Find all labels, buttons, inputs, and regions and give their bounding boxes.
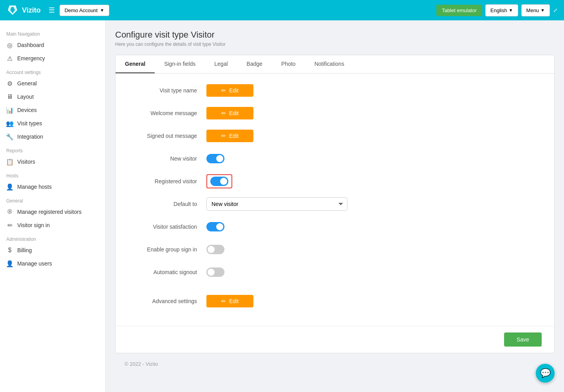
sidebar-section-main-nav: Main Navigation ◎ Dashboard ⚠ Emergency <box>0 27 105 65</box>
sidebar-item-dashboard[interactable]: ◎ Dashboard <box>0 38 105 52</box>
emergency-icon: ⚠ <box>6 55 13 62</box>
edit-visit-type-name-button[interactable]: ✏ Edit <box>206 84 253 97</box>
sidebar-item-billing[interactable]: $ Billing <box>0 244 105 257</box>
sidebar-item-visitors[interactable]: 📋 Visitors <box>0 155 105 168</box>
sidebar-item-general[interactable]: ⚙ General <box>0 77 105 90</box>
control-welcome-message: ✏ Edit <box>206 107 402 119</box>
sidebar-item-manage-users[interactable]: 👤 Manage users <box>0 257 105 270</box>
sign-in-icon: ✏ <box>6 222 13 229</box>
sidebar-item-label: Visitor sign in <box>17 222 50 228</box>
edit-icon: ✏ <box>221 298 226 304</box>
app-logo: Vizito <box>6 4 41 16</box>
tab-bar: General Sign-in fields Legal Badge Photo… <box>116 55 554 74</box>
config-card: General Sign-in fields Legal Badge Photo… <box>115 55 555 353</box>
app-layout: Main Navigation ◎ Dashboard ⚠ Emergency … <box>0 20 564 392</box>
control-enable-group-sign-in <box>206 245 402 254</box>
control-visit-type-name: ✏ Edit <box>206 84 402 97</box>
form-content: Visit type name ✏ Edit Welcome message ✏ <box>116 74 554 326</box>
caret-icon: ▼ <box>100 8 104 13</box>
label-enable-group-sign-in: Enable group sign in <box>128 246 206 253</box>
menu-caret-icon: ▼ <box>540 8 545 13</box>
sidebar-item-manage-hosts[interactable]: 👤 Manage hosts <box>0 180 105 193</box>
sidebar-item-visitor-sign-in[interactable]: ✏ Visitor sign in <box>0 219 105 232</box>
form-row-automatic-signout: Automatic signout <box>128 265 542 280</box>
tab-legal[interactable]: Legal <box>205 55 237 73</box>
form-row-new-visitor: New visitor <box>128 151 542 166</box>
dashboard-icon: ◎ <box>6 42 13 49</box>
label-visitor-satisfaction: Visitor satisfaction <box>128 224 206 230</box>
toggle-automatic-signout[interactable] <box>206 267 224 277</box>
sidebar-item-integration[interactable]: 🔧 Integration <box>0 130 105 143</box>
sidebar-section-administration: Administration $ Billing 👤 Manage users <box>0 232 105 270</box>
toggle-registered-visitor[interactable] <box>210 177 228 186</box>
language-caret-icon: ▼ <box>509 8 513 13</box>
sidebar-item-devices[interactable]: 📊 Devices <box>0 103 105 117</box>
section-label-account-settings: Account settings <box>0 65 105 77</box>
label-registered-visitor: Registered visitor <box>128 178 206 184</box>
toggle-slider <box>206 245 224 254</box>
form-row-visitor-satisfaction: Visitor satisfaction <box>128 219 542 234</box>
edit-icon: ✏ <box>221 133 226 139</box>
page-title: Configure visit type Visitor <box>115 30 555 40</box>
layout-icon: 🖥 <box>6 93 13 100</box>
save-area: Save <box>116 326 554 353</box>
edit-signed-out-message-button[interactable]: ✏ Edit <box>206 130 253 142</box>
demo-account-button[interactable]: Demo Account ▼ <box>60 5 109 16</box>
sidebar-item-label: Manage registered visitors <box>17 209 81 215</box>
manage-users-icon: 👤 <box>6 260 13 267</box>
sidebar-item-label: Visitors <box>17 159 35 165</box>
chat-icon: 💬 <box>540 368 551 378</box>
expand-icon[interactable]: ⤢ <box>553 7 558 13</box>
label-automatic-signout: Automatic signout <box>128 269 206 275</box>
edit-icon: ✏ <box>221 110 226 116</box>
form-row-signed-out-message: Signed out message ✏ Edit <box>128 128 542 143</box>
section-label-main-nav: Main Navigation <box>0 27 105 38</box>
sidebar-item-label: Emergency <box>17 55 45 61</box>
form-row-enable-group-sign-in: Enable group sign in <box>128 242 542 257</box>
sidebar-item-label: Manage hosts <box>17 184 52 190</box>
sidebar: Main Navigation ◎ Dashboard ⚠ Emergency … <box>0 20 106 392</box>
sidebar-item-label: Visit types <box>17 120 42 126</box>
language-button[interactable]: English ▼ <box>485 4 518 16</box>
sidebar-section-account-settings: Account settings ⚙ General 🖥 Layout 📊 De… <box>0 65 105 143</box>
section-label-hosts: Hosts <box>0 168 105 180</box>
tab-notifications[interactable]: Notifications <box>305 55 354 73</box>
edit-advanced-settings-button[interactable]: ✏ Edit <box>206 295 253 307</box>
visitors-icon: 📋 <box>6 158 13 165</box>
sidebar-item-label: Manage users <box>17 260 52 267</box>
sidebar-item-label: Integration <box>17 134 43 140</box>
save-button[interactable]: Save <box>504 332 542 347</box>
toggle-slider <box>206 267 224 277</box>
edit-welcome-message-button[interactable]: ✏ Edit <box>206 107 253 119</box>
toggle-enable-group-sign-in[interactable] <box>206 245 224 254</box>
tablet-emulator-button[interactable]: Tablet emulator <box>436 5 482 16</box>
default-to-select[interactable]: New visitor Registered visitor <box>206 197 347 211</box>
tab-sign-in-fields[interactable]: Sign-in fields <box>155 55 205 73</box>
label-new-visitor: New visitor <box>128 155 206 162</box>
tab-badge[interactable]: Badge <box>237 55 272 73</box>
sidebar-section-reports: Reports 📋 Visitors <box>0 143 105 168</box>
sidebar-item-label: Billing <box>17 247 32 253</box>
sidebar-item-emergency[interactable]: ⚠ Emergency <box>0 52 105 65</box>
chat-button[interactable]: 💬 <box>536 364 555 383</box>
sidebar-item-manage-registered[interactable]: ® Manage registered visitors <box>0 205 105 219</box>
sidebar-item-visit-types[interactable]: 👥 Visit types <box>0 117 105 130</box>
form-row-default-to: Default to New visitor Registered visito… <box>128 197 542 211</box>
form-row-visit-type-name: Visit type name ✏ Edit <box>128 83 542 98</box>
section-label-administration: Administration <box>0 232 105 244</box>
tab-general[interactable]: General <box>116 55 155 73</box>
toggle-slider <box>210 177 228 186</box>
hamburger-icon[interactable]: ☰ <box>49 6 55 14</box>
control-advanced-settings: ✏ Edit <box>206 295 402 307</box>
tab-photo[interactable]: Photo <box>272 55 305 73</box>
menu-button[interactable]: Menu ▼ <box>521 4 550 16</box>
app-header: Vizito ☰ Demo Account ▼ Tablet emulator … <box>0 0 564 20</box>
logo-text: Vizito <box>22 6 41 14</box>
toggle-new-visitor[interactable] <box>206 154 224 163</box>
sidebar-item-layout[interactable]: 🖥 Layout <box>0 90 105 103</box>
control-signed-out-message: ✏ Edit <box>206 130 402 142</box>
label-visit-type-name: Visit type name <box>128 87 206 94</box>
billing-icon: $ <box>6 247 13 254</box>
toggle-visitor-satisfaction[interactable] <box>206 222 224 231</box>
visit-types-icon: 👥 <box>6 120 13 127</box>
